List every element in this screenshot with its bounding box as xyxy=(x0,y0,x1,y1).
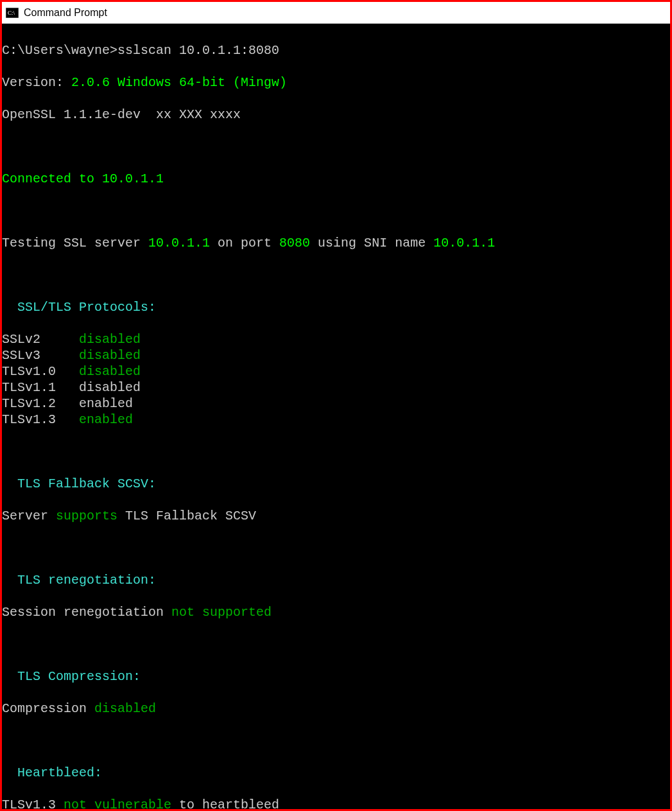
heading-heartbleed: Heartbleed: xyxy=(2,765,670,781)
heartbleed-row: TLSv1.3 not vulnerable to heartbleed xyxy=(2,797,670,809)
testing-line: Testing SSL server 10.0.1.1 on port 8080… xyxy=(2,235,670,251)
connected-line: Connected to 10.0.1.1 xyxy=(2,171,670,187)
heartbleed-status: not vulnerable xyxy=(64,798,171,809)
protocol-state: enabled xyxy=(79,396,133,411)
heading-reneg: TLS renegotiation: xyxy=(2,572,670,588)
prompt-line: C:\Users\wayne>sslscan 10.0.1.1:8080 xyxy=(2,42,670,58)
protocol-row: TLSv1.1 disabled xyxy=(2,379,670,396)
heading-protocols: SSL/TLS Protocols: xyxy=(2,299,670,315)
protocol-row: SSLv3 disabled xyxy=(2,347,670,363)
protocol-name: TLSv1.1 xyxy=(2,380,56,395)
protocol-name: TLSv1.3 xyxy=(2,412,56,427)
compress-line: Compression disabled xyxy=(2,701,670,717)
protocol-state: disabled xyxy=(79,348,141,363)
protocol-row: SSLv2 disabled xyxy=(2,331,670,347)
compress-value: disabled xyxy=(94,701,156,716)
connected-host: 10.0.1.1 xyxy=(102,171,164,186)
prompt-path: C:\Users\wayne> xyxy=(2,43,117,58)
protocol-state: enabled xyxy=(79,412,133,427)
prompt-cmd: sslscan 10.0.1.1:8080 xyxy=(117,43,279,58)
testing-sni: 10.0.1.1 xyxy=(433,236,495,250)
protocol-name: SSLv3 xyxy=(2,348,40,363)
version-label: Version: xyxy=(2,75,64,90)
openssl-line: OpenSSL 1.1.1e-dev xx XXX xxxx xyxy=(2,107,670,123)
testing-host: 10.0.1.1 xyxy=(148,236,210,250)
protocol-name: TLSv1.0 xyxy=(2,364,56,379)
window-title: Command Prompt xyxy=(24,7,107,19)
version-line: Version: 2.0.6 Windows 64-bit (Mingw) xyxy=(2,74,670,91)
heading-fallback: TLS Fallback SCSV: xyxy=(2,476,670,492)
terminal-output[interactable]: C:\Users\wayne>sslscan 10.0.1.1:8080 Ver… xyxy=(2,24,670,809)
heartbleed-tls: TLSv1.3 xyxy=(2,798,56,809)
fallback-line: Server supports TLS Fallback SCSV xyxy=(2,508,670,524)
protocol-name: TLSv1.2 xyxy=(2,396,56,411)
reneg-value: not supported xyxy=(171,605,271,620)
window-titlebar[interactable]: C:\ Command Prompt xyxy=(2,2,670,24)
cmd-icon: C:\ xyxy=(6,7,19,19)
version-value: 2.0.6 Windows 64-bit (Mingw) xyxy=(71,75,287,90)
protocol-name: SSLv2 xyxy=(2,332,40,347)
heading-compress: TLS Compression: xyxy=(2,668,670,685)
protocol-row: TLSv1.0 disabled xyxy=(2,363,670,379)
fallback-supports: supports xyxy=(56,509,117,523)
reneg-line: Session renegotiation not supported xyxy=(2,604,670,620)
protocol-state: disabled xyxy=(79,380,141,395)
protocol-state: disabled xyxy=(79,364,141,379)
testing-port: 8080 xyxy=(279,236,310,250)
protocol-row: TLSv1.3 enabled xyxy=(2,412,670,428)
protocol-row: TLSv1.2 enabled xyxy=(2,396,670,412)
protocol-state: disabled xyxy=(79,332,141,347)
svg-text:C:\: C:\ xyxy=(8,10,15,16)
